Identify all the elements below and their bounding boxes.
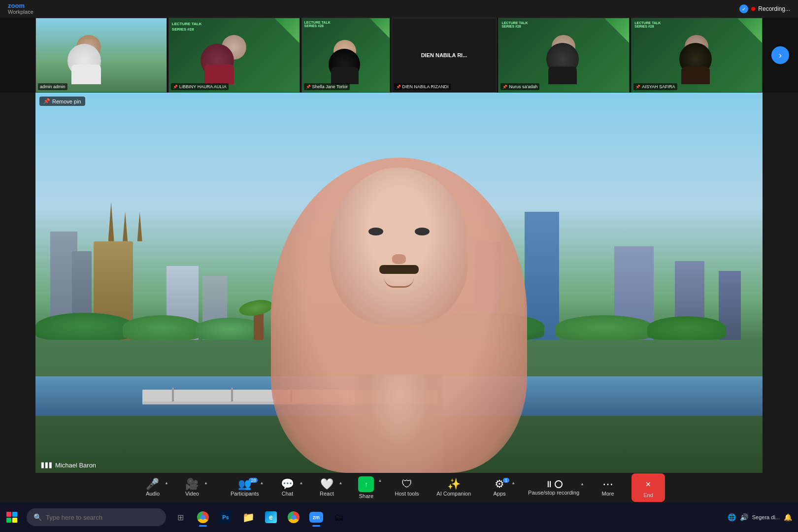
taskbar-file-explorer[interactable]: 🗂 — [329, 507, 349, 528]
participants-button[interactable]: ▲ 28 👥 Participants — [222, 477, 267, 499]
admin-name-badge: admin admin — [38, 83, 67, 90]
win-tile-3 — [6, 518, 11, 523]
chat-button[interactable]: ▲ 💬 Chat — [267, 477, 307, 499]
aisyah-name-badge: 📌 AISYAH SAFIRA — [633, 83, 677, 90]
zoom-wordmark: zoom — [8, 2, 33, 9]
pause-recording-button[interactable]: ▲ ⏸ Pause/stop recording — [519, 478, 588, 498]
taskbar-edge[interactable]: e — [261, 507, 281, 528]
recording-dot — [751, 7, 755, 11]
zoom-active — [312, 525, 320, 527]
libbiny-bg: LECTURE TALK SERIES #28 — [169, 18, 299, 92]
pause-caret[interactable]: ▲ — [580, 482, 584, 486]
remove-pin-button[interactable]: 📌 Remove pin — [39, 97, 85, 106]
taskbar-task-view[interactable]: ⊞ — [170, 507, 191, 528]
aisyah-avatar — [677, 35, 717, 84]
edge-icon: e — [265, 511, 277, 523]
taskbar-right-area: 🌐 🔊 Segera di... 🔔 — [728, 513, 798, 521]
pin-icon-remove: 📌 — [43, 98, 50, 104]
start-button[interactable] — [0, 502, 24, 532]
taskbar-chrome[interactable] — [193, 507, 213, 528]
apps-button[interactable]: ▲ 1 ⚙ Apps — [480, 477, 519, 499]
participant-thumb-nurus[interactable]: LECTURE TALKSERIES #28 📌 Nurus sa'adah — [498, 18, 630, 93]
react-caret[interactable]: ▲ — [339, 481, 343, 485]
corner-accent — [275, 18, 299, 43]
ai-companion-icon: ✨ — [447, 479, 461, 490]
host-tools-button[interactable]: 🛡 Host tools — [386, 477, 428, 499]
host-tools-label: Host tools — [395, 491, 419, 497]
taskbar-photoshop[interactable]: Ps — [215, 507, 236, 528]
task-view-icon: ⊞ — [177, 513, 184, 522]
taskbar-search-bar[interactable]: 🔍 — [27, 508, 166, 526]
ai-companion-button[interactable]: ✨ AI Companion — [428, 477, 480, 499]
taskbar-files[interactable]: 📁 — [238, 507, 259, 528]
share-button[interactable]: ▲ ↑ Share — [346, 474, 386, 501]
video-button[interactable]: ▲ 🎥 Video — [172, 477, 212, 499]
strip-arrow-area: › — [763, 18, 798, 93]
taskbar-zoom[interactable]: zm — [306, 507, 327, 528]
dien-name-text: DIEN NABILA RIZANDI — [402, 84, 449, 89]
aisyah-bg: LECTURE TALKSERIES #28 — [632, 18, 762, 92]
taskbar-chrome2[interactable] — [283, 507, 304, 528]
audio-button[interactable]: ▲ 🎤 Audio — [133, 477, 172, 499]
windows-logo — [6, 512, 17, 523]
nurus-corner — [604, 18, 629, 43]
participant-thumb-shella[interactable]: LECTURE TALKSERIES #28 📌 Shella Jane Tor… — [301, 18, 390, 93]
video-caret[interactable]: ▲ — [204, 481, 208, 485]
participants-label: Participants — [231, 491, 259, 497]
video-icon: 🎥 — [185, 479, 199, 490]
libbiny-avatar — [214, 35, 254, 84]
strip-left-area — [0, 18, 35, 93]
file-explorer-icon: 🗂 — [334, 512, 344, 523]
presenter-name-text: Michael Baron — [55, 462, 96, 469]
react-label: React — [320, 491, 334, 497]
share-icon: ↑ — [358, 476, 374, 492]
strip-next-button[interactable]: › — [771, 46, 789, 64]
pause-recording-label: Pause/stop recording — [528, 490, 579, 496]
end-label: End — [643, 492, 653, 498]
participant-thumb-libbiny[interactable]: LECTURE TALK SERIES #28 📌 LIBBINY HAURA … — [168, 18, 300, 93]
shella-name-text: Shella Jane Tortor — [312, 84, 348, 89]
pause-rec-icon: ⏸ — [545, 480, 563, 489]
aisyah-name-text: AISYAH SAFIRA — [642, 84, 675, 89]
video-label: Video — [185, 491, 199, 497]
ai-companion-label: AI Companion — [436, 491, 471, 497]
signal-icon: ▋▋▋ — [41, 463, 53, 468]
react-icon: 🤍 — [320, 479, 333, 490]
more-label: More — [602, 491, 614, 497]
participants-caret[interactable]: ▲ — [260, 481, 264, 485]
folder-icon: 📁 — [242, 511, 255, 523]
participant-thumb-admin[interactable]: admin admin — [35, 18, 167, 93]
photoshop-icon: Ps — [220, 511, 232, 523]
remove-pin-label: Remove pin — [52, 99, 81, 104]
zoom-subtext: Workplace — [8, 9, 33, 15]
react-button[interactable]: ▲ 🤍 React — [307, 477, 346, 499]
win-tile-1 — [6, 512, 11, 517]
notification-icon[interactable]: 🔔 — [784, 513, 792, 521]
pin-icon: 📌 — [173, 85, 178, 89]
taskbar-search-input[interactable] — [46, 514, 159, 521]
share-label: Share — [359, 493, 373, 499]
sound-icon: 🔊 — [740, 513, 748, 521]
host-tools-icon: 🛡 — [401, 479, 412, 490]
audio-label: Audio — [146, 491, 160, 497]
zoom-icon: zm — [309, 512, 323, 523]
chat-caret[interactable]: ▲ — [299, 481, 303, 485]
chrome-active — [199, 525, 207, 527]
share-caret[interactable]: ▲ — [378, 478, 382, 483]
more-button[interactable]: ⋯ More — [588, 477, 628, 499]
search-icon: 🔍 — [33, 513, 42, 521]
participant-strip: admin admin LECTURE TALK SERIES #28 📌 LI… — [35, 18, 763, 93]
more-icon: ⋯ — [602, 479, 613, 490]
apps-caret[interactable]: ▲ — [511, 481, 515, 485]
audio-caret[interactable]: ▲ — [165, 481, 168, 485]
network-icon: 🌐 — [728, 513, 736, 521]
zoom-logo: zoom Workplace — [8, 2, 33, 15]
win-tile-2 — [12, 512, 17, 517]
windows-taskbar: 🔍 ⊞ Ps 📁 e zm — [0, 502, 798, 532]
participant-thumb-aisyah[interactable]: LECTURE TALKSERIES #28 📌 AISYAH SAFIRA — [631, 18, 763, 93]
participant-thumb-dien[interactable]: DIEN NABILA RI... 📌 DIEN NABILA RIZANDI — [392, 18, 497, 93]
nurus-pin-icon: 📌 — [502, 85, 507, 89]
end-button[interactable]: ✕ End — [632, 473, 665, 502]
main-video-area: 📌 Remove pin ▋▋▋ Michael Baron — [35, 93, 763, 473]
participants-badge: 28 — [249, 478, 258, 483]
